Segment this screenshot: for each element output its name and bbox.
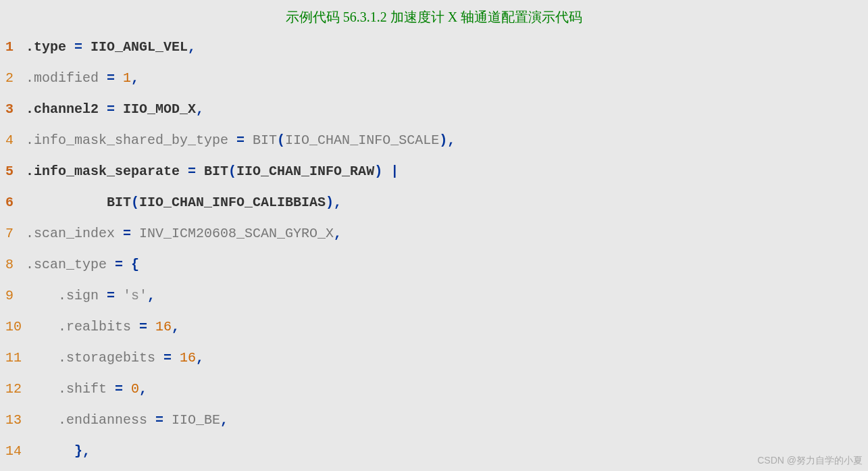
code-line: 4.info_mask_shared_by_type = BIT(IIO_CHA… xyxy=(3,125,865,156)
line-number: 8 xyxy=(3,249,26,280)
token-op: | xyxy=(390,164,399,179)
line-number: 13 xyxy=(3,405,26,436)
code-line: 12 .shift = 0, xyxy=(3,374,865,405)
code-line: 6 BIT(IIO_CHAN_INFO_CALIBBIAS), xyxy=(3,187,865,218)
token-op: ( xyxy=(131,195,139,210)
token-str: 's' xyxy=(123,288,147,303)
token-code xyxy=(123,381,131,397)
code-listing: 1.type = IIO_ANGL_VEL,2.modified = 1,3.c… xyxy=(0,32,868,467)
token-op: = xyxy=(74,39,82,55)
code-content: .realbits = 16, xyxy=(26,312,180,343)
token-code: BIT xyxy=(26,195,131,210)
token-code xyxy=(26,443,74,459)
token-code: .channel2 xyxy=(26,101,107,117)
code-line: 8.scan_type = { xyxy=(3,249,865,280)
code-content: .shift = 0, xyxy=(26,374,147,405)
token-op: , xyxy=(196,101,204,117)
token-code xyxy=(382,164,390,179)
code-content: .sign = 's', xyxy=(26,280,155,312)
code-line: 13 .endianness = IIO_BE, xyxy=(3,405,865,436)
token-op: ), xyxy=(439,132,455,148)
line-number: 3 xyxy=(3,94,26,125)
code-line: 11 .storagebits = 16, xyxy=(3,343,865,374)
token-op: , xyxy=(188,39,196,55)
line-number: 12 xyxy=(3,374,26,405)
token-op: = xyxy=(236,132,245,148)
token-op: = xyxy=(139,319,147,334)
token-code: .scan_index xyxy=(26,226,123,241)
token-num: 16 xyxy=(155,319,172,334)
code-line: 3.channel2 = IIO_MOD_X, xyxy=(3,94,865,125)
line-number: 7 xyxy=(3,218,26,249)
token-op: , xyxy=(196,350,204,366)
token-code: .realbits xyxy=(26,319,139,334)
token-code xyxy=(115,70,123,86)
token-op: , xyxy=(334,226,342,241)
token-op: = xyxy=(155,412,163,428)
token-code: IIO_BE xyxy=(163,412,220,428)
code-content: .modified = 1, xyxy=(26,63,139,94)
line-number: 1 xyxy=(3,32,26,63)
watermark: CSDN @努力自学的小夏 xyxy=(757,455,863,467)
token-op: }, xyxy=(74,443,91,459)
token-code: BIT xyxy=(196,164,228,179)
code-line: 9 .sign = 's', xyxy=(3,280,865,312)
token-code xyxy=(123,257,131,272)
token-op: , xyxy=(147,288,155,303)
token-code: IIO_CHAN_INFO_SCALE xyxy=(285,132,439,148)
token-op: , xyxy=(131,70,139,86)
token-op: , xyxy=(220,412,228,428)
token-op: = xyxy=(115,257,123,272)
code-content: .scan_type = { xyxy=(26,249,139,280)
token-op: ), xyxy=(326,195,342,210)
token-code: .info_mask_separate xyxy=(26,164,188,179)
code-content: .channel2 = IIO_MOD_X, xyxy=(26,94,204,125)
line-number: 14 xyxy=(3,436,26,467)
token-op: , xyxy=(139,381,147,397)
code-content: .endianness = IIO_BE, xyxy=(26,405,228,436)
code-line: 1.type = IIO_ANGL_VEL, xyxy=(3,32,865,63)
code-content: .storagebits = 16, xyxy=(26,343,204,374)
code-content: .info_mask_separate = BIT(IIO_CHAN_INFO_… xyxy=(26,156,399,187)
code-content: BIT(IIO_CHAN_INFO_CALIBBIAS), xyxy=(26,187,342,218)
token-num: 1 xyxy=(123,70,131,86)
code-line: 2.modified = 1, xyxy=(3,63,865,94)
token-code: .type xyxy=(26,39,74,55)
token-code: .scan_type xyxy=(26,257,115,272)
token-code xyxy=(172,350,180,366)
token-code: .sign xyxy=(26,288,107,303)
token-code: IIO_CHAN_INFO_RAW xyxy=(236,164,374,179)
line-number: 10 xyxy=(3,312,26,343)
code-line: 14 }, xyxy=(3,436,865,467)
token-op: , xyxy=(172,319,180,334)
token-code: .endianness xyxy=(26,412,155,428)
token-op: = xyxy=(107,70,115,86)
token-op: = xyxy=(107,288,115,303)
token-code: INV_ICM20608_SCAN_GYRO_X xyxy=(131,226,334,241)
code-content: }, xyxy=(26,436,91,467)
token-code: .storagebits xyxy=(26,350,163,366)
token-op: ( xyxy=(277,132,285,148)
code-content: .type = IIO_ANGL_VEL, xyxy=(26,32,196,63)
token-op: { xyxy=(131,257,139,272)
token-code: IIO_MOD_X xyxy=(115,101,196,117)
line-number: 5 xyxy=(3,156,26,187)
token-code xyxy=(147,319,155,334)
line-number: 6 xyxy=(3,187,26,218)
code-line: 10 .realbits = 16, xyxy=(3,312,865,343)
code-listing-title: 示例代码 56.3.1.2 加速度计 X 轴通道配置演示代码 xyxy=(0,0,868,32)
token-op: = xyxy=(123,226,131,241)
token-op: ( xyxy=(228,164,236,179)
token-op: ) xyxy=(374,164,382,179)
code-content: .scan_index = INV_ICM20608_SCAN_GYRO_X, xyxy=(26,218,342,249)
token-op: = xyxy=(107,101,115,117)
token-op: = xyxy=(115,381,123,397)
token-op: = xyxy=(188,164,196,179)
token-code: .info_mask_shared_by_type xyxy=(26,132,236,148)
line-number: 4 xyxy=(3,125,26,156)
token-op: = xyxy=(163,350,172,366)
token-code: IIO_ANGL_VEL xyxy=(82,39,188,55)
token-code: BIT xyxy=(245,132,277,148)
line-number: 9 xyxy=(3,280,26,312)
token-code xyxy=(115,288,123,303)
